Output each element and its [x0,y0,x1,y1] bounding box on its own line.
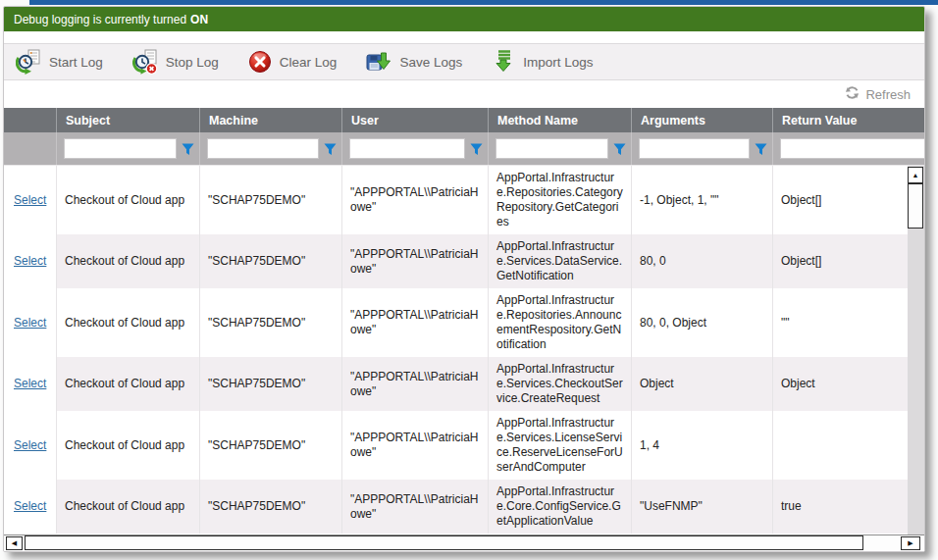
import-logs-icon [492,49,515,75]
user-cell: "APPPORTAL\\PatriciaHowe" [341,480,488,534]
machine-cell: "SCHAP75DEMO" [199,357,341,411]
subject-cell: Checkout of Cloud app [56,480,199,534]
select-link[interactable]: Select [14,254,46,269]
machine-cell: "SCHAP75DEMO" [199,166,341,234]
return-value-cell: true [772,480,908,534]
user-cell: "APPPORTAL\\PatriciaHowe" [341,357,488,411]
debug-status-banner: Debug logging is currently turned ON [4,7,924,31]
stop-log-icon [132,49,158,75]
header-user[interactable]: User [341,108,488,132]
clear-log-button[interactable]: Clear Log [248,50,338,74]
arguments-cell: Object [631,357,772,411]
save-logs-label: Save Logs [399,55,462,70]
arguments-cell: "UseFNMP" [631,480,772,534]
header-machine[interactable]: Machine [199,108,341,132]
refresh-icon[interactable] [845,85,860,103]
select-link[interactable]: Select [14,377,46,391]
filter-funnel-icon[interactable] [324,142,337,155]
return-value-cell [772,411,908,480]
stop-log-label: Stop Log [166,55,219,70]
table-row: Select Checkout of Cloud app "SCHAP75DEM… [4,411,908,480]
filter-funnel-icon[interactable] [470,142,483,155]
filter-input-subject[interactable] [64,138,177,159]
table-row: Select Checkout of Cloud app "SCHAP75DEM… [4,357,908,411]
horizontal-scrollbar[interactable]: ◀ ▶ [4,535,924,551]
scroll-up-button[interactable]: ▲ [908,167,923,183]
banner-text: Debug logging is currently turned [14,13,186,26]
vertical-scrollbar[interactable]: ▲ [908,166,924,535]
stop-log-button[interactable]: Stop Log [132,49,219,75]
subject-cell: Checkout of Cloud app [56,234,199,288]
log-toolbar: Start Log Stop Log [4,43,924,80]
filter-input-arguments[interactable] [639,138,750,159]
save-logs-icon [366,49,391,75]
arguments-cell: 80, 0 [631,234,772,288]
table-row: Select Checkout of Cloud app "SCHAP75DEM… [4,480,908,534]
return-value-cell: Object[] [772,166,908,234]
user-cell: "APPPORTAL\\PatriciaHowe" [341,234,488,288]
method-name-cell: AppPortal.Infrastructure.Repositories.An… [488,288,631,357]
user-cell: "APPPORTAL\\PatriciaHowe" [341,288,488,357]
return-value-cell: "" [772,288,908,357]
subject-cell: Checkout of Cloud app [56,411,199,480]
debug-log-dialog: Debug logging is currently turned ON [3,6,925,552]
user-cell: "APPPORTAL\\PatriciaHowe" [341,166,488,234]
table-body: Select Checkout of Cloud app "SCHAP75DEM… [4,166,924,535]
filter-funnel-icon[interactable] [755,142,767,155]
clear-log-icon [248,50,272,74]
machine-cell: "SCHAP75DEMO" [199,480,341,534]
method-name-cell: AppPortal.Infrastructure.Services.DataSe… [488,234,631,288]
table-rows: Select Checkout of Cloud app "SCHAP75DEM… [4,166,908,535]
start-log-icon [16,49,41,75]
filter-funnel-icon[interactable] [613,142,626,155]
subject-cell: Checkout of Cloud app [56,357,199,411]
arguments-cell: -1, Object, 1, "" [631,166,772,234]
machine-cell: "SCHAP75DEMO" [199,234,341,288]
header-select [4,108,56,132]
select-link[interactable]: Select [14,499,46,514]
filter-row [4,132,924,166]
header-return-value[interactable]: Return Value [772,108,924,132]
refresh-row: Refresh [4,80,924,108]
method-name-cell: AppPortal.Infrastructure.Services.Licens… [488,411,631,480]
method-name-cell: AppPortal.Infrastructure.Repositories.Ca… [488,166,631,234]
import-logs-button[interactable]: Import Logs [492,49,593,75]
return-value-cell: Object [772,357,908,411]
return-value-cell: Object[] [772,234,908,288]
subject-cell: Checkout of Cloud app [56,288,199,357]
horizontal-scrollbar-thumb[interactable] [25,535,863,550]
select-link[interactable]: Select [14,316,46,331]
filter-input-method-name[interactable] [495,138,608,159]
select-link[interactable]: Select [14,193,46,208]
refresh-link[interactable]: Refresh [865,87,911,102]
banner-state: ON [190,13,208,26]
filter-funnel-icon[interactable] [182,142,194,155]
filter-input-user[interactable] [349,138,465,159]
select-link[interactable]: Select [14,438,46,453]
save-logs-button[interactable]: Save Logs [366,49,462,75]
clear-log-label: Clear Log [280,55,338,70]
window-top-edge [29,0,938,5]
table-header: Subject Machine User Method Name Argumen… [4,108,924,132]
table-row: Select Checkout of Cloud app "SCHAP75DEM… [4,166,908,234]
arguments-cell: 1, 4 [631,411,772,480]
method-name-cell: AppPortal.Infrastructure.Services.Checko… [488,357,631,411]
start-log-button[interactable]: Start Log [16,49,103,75]
machine-cell: "SCHAP75DEMO" [199,411,341,480]
start-log-label: Start Log [49,55,103,70]
table-row: Select Checkout of Cloud app "SCHAP75DEM… [4,288,908,357]
vertical-scrollbar-thumb[interactable] [908,183,923,229]
import-logs-label: Import Logs [523,55,593,70]
filter-cell-empty [4,132,56,165]
user-cell: "APPPORTAL\\PatriciaHowe" [341,411,488,480]
subject-cell: Checkout of Cloud app [56,166,199,234]
header-subject[interactable]: Subject [56,108,199,132]
table-row: Select Checkout of Cloud app "SCHAP75DEM… [4,234,908,288]
scroll-right-button[interactable]: ▶ [901,536,920,550]
header-arguments[interactable]: Arguments [631,108,772,132]
header-method-name[interactable]: Method Name [488,108,631,132]
arguments-cell: 80, 0, Object [631,288,772,357]
filter-input-machine[interactable] [207,138,319,159]
filter-input-return-value[interactable] [780,138,925,159]
scroll-left-button[interactable]: ◀ [6,536,23,550]
